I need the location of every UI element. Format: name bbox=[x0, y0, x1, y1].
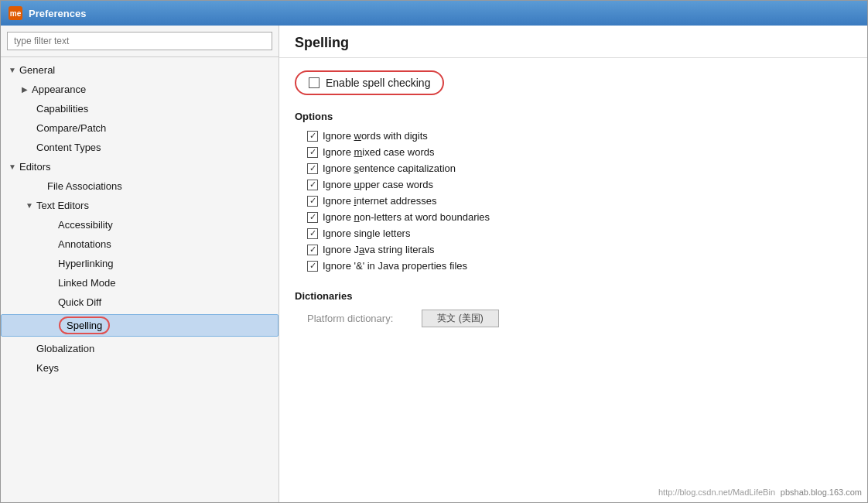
sidebar-item-label: Content Types bbox=[36, 142, 101, 153]
option-row-ignore-upper: ✓ Ignore upper case words bbox=[295, 179, 852, 190]
expand-icon-quick-diff bbox=[46, 297, 56, 308]
panel-title: Spelling bbox=[295, 35, 349, 50]
sidebar-item-label: Editors bbox=[19, 161, 50, 173]
preferences-window: me Preferences ▼ General ▶ bbox=[0, 0, 868, 503]
expand-icon-editors: ▼ bbox=[7, 162, 18, 173]
content-area: ▼ General ▶ Appearance Capabilities bbox=[1, 26, 867, 502]
checkbox-ignore-nonletters[interactable]: ✓ bbox=[307, 212, 318, 223]
panel-header: Spelling bbox=[279, 26, 867, 58]
option-row-ignore-nonletters: ✓ Ignore non-letters at word boundaries bbox=[295, 211, 852, 223]
expand-icon-linked-mode bbox=[46, 278, 56, 289]
watermark: http://blog.csdn.net/MadLifeBin bbox=[658, 488, 775, 497]
option-label-ignore-ampersand: Ignore '&' in Java properties files bbox=[323, 260, 467, 272]
expand-icon-general: ▼ bbox=[7, 65, 18, 76]
sidebar-item-label: Annotations bbox=[58, 238, 111, 250]
checkbox-ignore-upper[interactable]: ✓ bbox=[307, 180, 318, 190]
sidebar-item-label: File Associations bbox=[47, 180, 122, 192]
option-row-ignore-single: ✓ Ignore single letters bbox=[295, 228, 852, 239]
app-icon: me bbox=[9, 6, 22, 20]
sidebar: ▼ General ▶ Appearance Capabilities bbox=[1, 26, 279, 502]
expand-icon-globalization bbox=[24, 344, 35, 354]
option-label-ignore-single: Ignore single letters bbox=[323, 228, 410, 239]
expand-icon-compare bbox=[24, 123, 35, 134]
sidebar-item-label: Spelling bbox=[67, 320, 102, 331]
sidebar-item-label: Globalization bbox=[36, 343, 94, 354]
sidebar-item-appearance[interactable]: ▶ Appearance bbox=[1, 80, 279, 99]
window-title: Preferences bbox=[29, 8, 86, 19]
enable-spell-checkbox[interactable] bbox=[309, 77, 320, 88]
option-label-ignore-upper: Ignore upper case words bbox=[323, 179, 433, 190]
platform-dict-row: Platform dictionary: 英文 (美国) bbox=[295, 310, 852, 327]
option-row-ignore-internet: ✓ Ignore internet addresses bbox=[295, 195, 852, 207]
option-row-ignore-sentence: ✓ Ignore sentence capitalization bbox=[295, 163, 852, 174]
sidebar-item-label: General bbox=[19, 64, 55, 76]
option-row-ignore-mixed: ✓ Ignore mixed case words bbox=[295, 146, 852, 158]
option-label-ignore-nonletters: Ignore non-letters at word boundaries bbox=[323, 211, 490, 223]
checkbox-ignore-internet[interactable]: ✓ bbox=[307, 196, 318, 207]
platform-dict-label: Platform dictionary: bbox=[307, 313, 415, 324]
options-title: Options bbox=[295, 111, 852, 122]
option-label-ignore-java: Ignore Java string literals bbox=[323, 244, 435, 255]
preferences-tree: ▼ General ▶ Appearance Capabilities bbox=[1, 57, 279, 502]
checkbox-ignore-digits[interactable]: ✓ bbox=[307, 131, 318, 142]
dictionaries-section: Dictionaries Platform dictionary: 英文 (美国… bbox=[295, 290, 852, 327]
sidebar-item-label: Hyperlinking bbox=[58, 258, 114, 269]
titlebar: me Preferences bbox=[1, 1, 867, 26]
panel-body: Enable spell checking Options ✓ Ignore w… bbox=[279, 58, 867, 502]
sidebar-item-label: Quick Diff bbox=[58, 296, 101, 308]
sidebar-item-linked-mode[interactable]: Linked Mode bbox=[1, 273, 279, 293]
checkbox-ignore-ampersand[interactable]: ✓ bbox=[307, 261, 318, 272]
sidebar-item-label: Linked Mode bbox=[58, 277, 115, 289]
expand-icon-appearance: ▶ bbox=[19, 84, 30, 95]
expand-icon-file-assoc bbox=[35, 181, 46, 192]
expand-icon-text-editors: ▼ bbox=[24, 200, 35, 211]
sidebar-item-label: Capabilities bbox=[36, 103, 88, 115]
option-label-ignore-sentence: Ignore sentence capitalization bbox=[323, 163, 456, 174]
sidebar-item-label: Appearance bbox=[32, 84, 86, 95]
sidebar-item-general[interactable]: ▼ General bbox=[1, 60, 279, 80]
sidebar-item-label: Compare/Patch bbox=[36, 122, 106, 134]
checkbox-ignore-sentence[interactable]: ✓ bbox=[307, 163, 318, 174]
option-row-ignore-java: ✓ Ignore Java string literals bbox=[295, 244, 852, 255]
sidebar-item-keys[interactable]: Keys bbox=[1, 358, 279, 378]
dictionaries-title: Dictionaries bbox=[295, 290, 852, 302]
sidebar-item-file-associations[interactable]: File Associations bbox=[1, 176, 279, 196]
expand-icon-hyperlinking bbox=[46, 258, 56, 269]
sidebar-item-spelling[interactable]: Spelling bbox=[1, 312, 279, 339]
sidebar-item-label: Accessibility bbox=[58, 219, 113, 231]
expand-icon-keys bbox=[24, 363, 35, 374]
expand-icon-annotations bbox=[46, 239, 56, 250]
filter-input[interactable] bbox=[7, 32, 272, 50]
main-panel: Spelling Enable spell checking Options ✓… bbox=[279, 26, 867, 502]
option-row-ignore-ampersand: ✓ Ignore '&' in Java properties files bbox=[295, 260, 852, 272]
checkbox-ignore-single[interactable]: ✓ bbox=[307, 228, 318, 239]
enable-spell-label: Enable spell checking bbox=[326, 77, 430, 89]
sidebar-item-label: Text Editors bbox=[36, 200, 89, 211]
sidebar-item-annotations[interactable]: Annotations bbox=[1, 234, 279, 254]
sidebar-item-capabilities[interactable]: Capabilities bbox=[1, 99, 279, 118]
sidebar-item-accessibility[interactable]: Accessibility bbox=[1, 215, 279, 234]
expand-icon-capabilities bbox=[24, 104, 35, 115]
platform-dict-dropdown[interactable]: 英文 (美国) bbox=[422, 310, 499, 327]
blog-watermark: pbshab.blog.163.com bbox=[781, 488, 862, 497]
sidebar-item-globalization[interactable]: Globalization bbox=[1, 339, 279, 358]
expand-icon-content-types bbox=[24, 142, 35, 153]
sidebar-item-text-editors[interactable]: ▼ Text Editors bbox=[1, 196, 279, 215]
option-label-ignore-internet: Ignore internet addresses bbox=[323, 195, 436, 207]
option-label-ignore-digits: Ignore words with digits bbox=[323, 130, 428, 142]
enable-spell-container: Enable spell checking bbox=[295, 70, 444, 95]
checkbox-ignore-mixed[interactable]: ✓ bbox=[307, 147, 318, 158]
sidebar-item-compare-patch[interactable]: Compare/Patch bbox=[1, 118, 279, 138]
expand-icon-accessibility bbox=[46, 220, 56, 231]
options-section: Options ✓ Ignore words with digits ✓ Ign… bbox=[295, 111, 852, 272]
sidebar-item-content-types[interactable]: Content Types bbox=[1, 138, 279, 157]
option-label-ignore-mixed: Ignore mixed case words bbox=[323, 146, 435, 158]
expand-icon-spelling bbox=[46, 320, 57, 331]
search-box bbox=[1, 26, 279, 57]
sidebar-item-quick-diff[interactable]: Quick Diff bbox=[1, 293, 279, 312]
checkbox-ignore-java[interactable]: ✓ bbox=[307, 245, 318, 255]
sidebar-item-label: Keys bbox=[36, 362, 59, 374]
sidebar-item-editors[interactable]: ▼ Editors bbox=[1, 157, 279, 176]
sidebar-item-hyperlinking[interactable]: Hyperlinking bbox=[1, 254, 279, 273]
option-row-ignore-digits: ✓ Ignore words with digits bbox=[295, 130, 852, 142]
